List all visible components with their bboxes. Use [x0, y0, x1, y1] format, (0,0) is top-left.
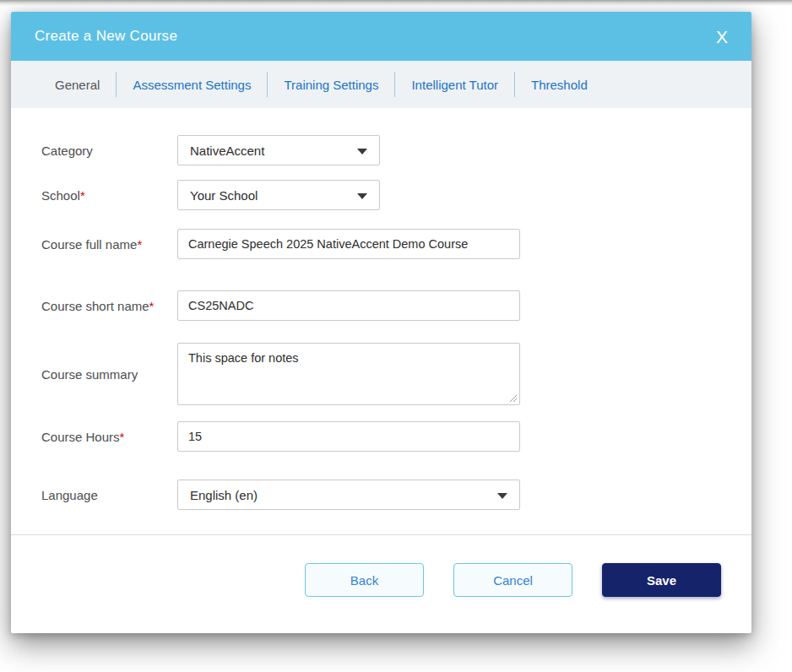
field-label-text: Language [41, 488, 98, 502]
course-full-name-input[interactable] [177, 229, 520, 259]
tab-bar: General Assessment Settings Training Set… [11, 61, 751, 108]
course-hours-input[interactable] [177, 421, 520, 452]
language-select-value: English (en) [190, 488, 258, 502]
form-row-language: Language English (en) [41, 480, 751, 510]
footer-divider [11, 534, 751, 535]
category-select-value: NativeAccent [190, 144, 264, 158]
category-select[interactable]: NativeAccent [177, 135, 380, 165]
window-top-shadow [0, 0, 792, 6]
close-icon[interactable]: X [711, 24, 733, 49]
tab-separator [394, 72, 395, 97]
field-label-text: Course summary [41, 367, 138, 382]
course-hours-label: Course Hours* [41, 430, 177, 444]
dropdown-arrow-icon [497, 493, 507, 499]
category-label: Category [41, 144, 177, 158]
required-asterisk: * [149, 299, 155, 313]
modal-title: Create a New Course [35, 28, 177, 45]
school-select[interactable]: Your School [177, 180, 380, 210]
course-summary-wrap: This space for notes [177, 343, 520, 405]
modal-header: Create a New Course X [11, 12, 751, 61]
course-summary-label: Course summary [41, 367, 177, 382]
course-summary-textarea[interactable]: This space for notes [177, 343, 520, 405]
create-course-modal: Create a New Course X General Assessment… [11, 12, 751, 633]
tab-separator [514, 72, 515, 97]
school-select-value: Your School [190, 188, 258, 203]
tab-general[interactable]: General [55, 78, 100, 92]
tab-separator [267, 72, 268, 97]
form-row-school: School* Your School [41, 180, 751, 210]
back-button[interactable]: Back [305, 563, 424, 597]
course-full-name-label: Course full name* [41, 237, 177, 252]
field-label-text: School [41, 188, 80, 203]
form-row-hours: Course Hours* [41, 421, 751, 452]
course-short-name-label: Course short name* [41, 299, 177, 313]
field-label-text: Course short name [41, 299, 149, 313]
form-row-full-name: Course full name* [41, 229, 751, 259]
field-label-text: Course full name [41, 237, 137, 252]
tab-assessment-settings[interactable]: Assessment Settings [133, 78, 251, 92]
tab-training-settings[interactable]: Training Settings [284, 78, 378, 92]
required-asterisk: * [80, 188, 85, 203]
modal-footer: Back Cancel Save [11, 563, 751, 597]
required-asterisk: * [137, 237, 142, 252]
language-label: Language [41, 488, 177, 502]
course-short-name-input[interactable] [177, 290, 520, 321]
tab-intelligent-tutor[interactable]: Intelligent Tutor [411, 78, 498, 92]
language-select[interactable]: English (en) [177, 480, 520, 510]
school-label: School* [41, 188, 177, 203]
field-label-text: Category [41, 144, 93, 158]
save-button[interactable]: Save [602, 563, 721, 597]
form-row-summary: Course summary This space for notes [41, 343, 751, 405]
tab-separator [116, 72, 117, 97]
dropdown-arrow-icon [357, 149, 367, 154]
tab-threshold[interactable]: Threshold [531, 78, 588, 92]
form-row-category: Category NativeAccent [41, 135, 751, 165]
page-background: Create a New Course X General Assessment… [0, 0, 792, 672]
field-label-text: Course Hours [41, 430, 120, 444]
course-form: Category NativeAccent School* Your Schoo… [11, 108, 751, 510]
cancel-button[interactable]: Cancel [453, 563, 572, 597]
form-row-short-name: Course short name* [41, 290, 751, 321]
required-asterisk: * [120, 430, 125, 444]
dropdown-arrow-icon [357, 193, 367, 199]
